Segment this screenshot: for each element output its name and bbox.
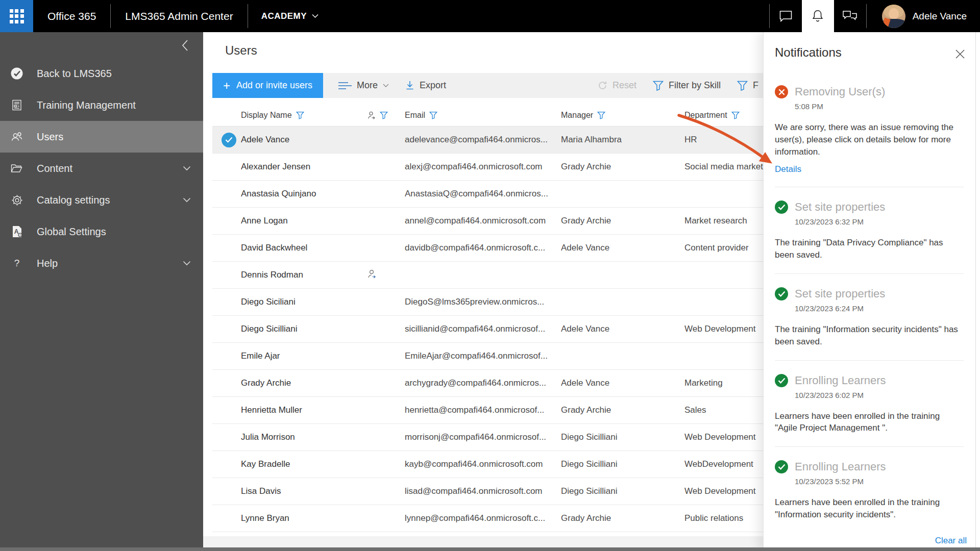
sidebar-item-global-settings[interactable]: AGlobal Settings [0,216,203,247]
cell-display-name: Anastasia Quinjano [241,189,366,199]
notification-item: Enrolling Learners10/23/2023 6:02 PMLear… [775,360,964,447]
cell-manager: Grady Archie [561,162,684,172]
export-button[interactable]: Export [397,73,454,98]
header-manager[interactable]: Manager [561,111,684,120]
sidebar-item-back-to-lms365[interactable]: Back to LMS365 [0,58,203,89]
table-row[interactable]: Anastasia QuinjanoAnastasiaQ@compafi464.… [212,181,804,208]
table-row[interactable]: Julia Morrisonmorrisonj@compafi464.onmic… [212,424,804,451]
more-label: More [357,80,378,91]
table-row[interactable]: Kay Bradellekayb@compafi464.onmicrosoft.… [212,451,804,478]
table-row[interactable]: Lynne Bryanlynnep@compafi464.onmicrosoft… [212,505,804,532]
sidebar-collapse-button[interactable] [176,36,194,55]
cell-display-name: Alexander Jensen [241,162,366,172]
sidebar-item-users[interactable]: Users [0,121,203,153]
cell-manager: Adele Vance [561,378,684,388]
chat-button[interactable] [770,0,802,32]
sidebar-item-catalog-settings[interactable]: Catalog settings [0,184,203,216]
folder-icon [10,162,23,175]
chevron-down-icon [183,164,191,173]
cell-display-name: Adele Vance [241,135,366,145]
notification-item: Removing User(s)5:08 PMWe are sorry, the… [775,67,964,187]
filter-funnel-icon [653,81,664,91]
header-display-name[interactable]: Display Name [241,111,366,120]
table-row[interactable]: Dennis Rodman [212,262,804,289]
notifications-button[interactable] [802,0,834,32]
table-row[interactable]: Lisa Davislisad@compafi464.onmicrosoft.c… [212,478,804,505]
table-row[interactable]: Diego Sicillianisicillianid@compafi464.o… [212,316,804,343]
chat-icon [779,10,793,23]
admin-center-title: LMS365 Admin Center [111,0,247,32]
cell-display-name: Lisa Davis [241,486,366,496]
table-row[interactable]: David Backwheeldavidb@compafi464.onmicro… [212,235,804,262]
table-row[interactable]: Henrietta Mullerhenrietta@compafi464.onm… [212,397,804,424]
notification-body: The training "Information security incid… [775,323,964,348]
cell-email: morrisonj@compafi464.onmicrosof... [405,432,561,442]
notification-item: Enrolling Learners10/23/2023 5:52 PMLear… [775,446,964,533]
app-launcher-button[interactable] [0,0,33,32]
sidebar-item-label: Global Settings [37,226,191,238]
cell-email: archygrady@compafi464.onmicros... [405,378,561,388]
tenant-selector[interactable]: ACADEMY [248,0,332,32]
add-or-invite-users-button[interactable]: + Add or invite users [212,73,323,98]
table-row[interactable]: Grady Archiearchygrady@compafi464.onmicr… [212,370,804,397]
filter-funnel-icon[interactable] [597,111,605,119]
table-row[interactable]: Emile AjarEmileAjar@compafi464.onmicroso… [212,343,804,370]
error-icon [775,85,788,98]
account-menu[interactable]: Adele Vance [867,0,980,32]
sidebar-item-content[interactable]: Content [0,153,203,184]
header-user-type[interactable] [366,111,405,120]
chevron-left-icon [181,39,188,52]
notification-time: 5:08 PM [795,102,964,111]
refresh-icon [598,81,607,90]
filter-more-button[interactable]: F [729,73,767,98]
cell-display-name: Diego Siciliani [241,297,366,307]
brand-label[interactable]: Office 365 [33,0,110,32]
close-button[interactable] [953,47,967,61]
clear-all-link[interactable]: Clear all [935,536,967,546]
sidebar-item-help[interactable]: ?Help [0,247,203,279]
notification-item: Set site properties10/23/2023 6:32 PMThe… [775,187,964,273]
filter-by-skill-button[interactable]: Filter by Skill [645,73,729,98]
cell-manager: Adele Vance [561,324,684,334]
export-label: Export [420,80,446,91]
invited-user-icon [366,111,376,120]
cell-email: kayb@compafi464.onmicrosoft.com [405,459,561,469]
window-bottom-edge [0,547,980,551]
success-icon [775,287,788,300]
cell-manager: Adele Vance [561,243,684,253]
notification-body: Learners have been enrolled in the train… [775,496,964,521]
svg-text:A: A [14,228,19,235]
selected-check-icon [222,133,236,147]
notification-title: Enrolling Learners [795,374,886,387]
cell-user-type [366,269,405,282]
table-row[interactable]: Anne Loganannel@compafi464.onmicrosoft.c… [212,208,804,235]
filter-funnel-icon[interactable] [429,111,437,119]
cell-email: sicillianid@compafi464.onmicrosof... [405,324,561,334]
header-email[interactable]: Email [405,111,561,120]
users-icon [10,130,23,143]
row-select-cell[interactable] [212,133,241,147]
cell-manager: Diego Sicilliani [561,459,684,469]
chevron-down-icon [183,259,191,268]
close-icon [955,49,965,59]
table-row[interactable]: Diego SicilianiDiegoS@lms365preview.onmi… [212,289,804,316]
cell-email: alexj@compafi464.onmicrosoft.com [405,162,561,172]
download-icon [405,81,414,90]
table-row[interactable]: Adele Vanceadelevance@compafi464.onmicro… [212,127,804,154]
training-doc-icon [10,98,23,112]
panel-scrollbar[interactable] [975,32,980,551]
details-link[interactable]: Details [775,164,801,174]
notification-title: Set site properties [795,201,885,214]
sidebar-item-training-management[interactable]: Training Management [0,89,203,121]
reset-button[interactable]: Reset [590,73,645,98]
sidebar-item-label: Content [37,163,183,174]
feedback-button[interactable] [834,0,866,32]
cell-manager: Diego Sicilliani [561,486,684,496]
table-row[interactable]: Alexander Jensenalexj@compafi464.onmicro… [212,154,804,181]
filter-funnel-icon[interactable] [380,111,388,119]
filter-funnel-icon[interactable] [731,111,740,119]
notification-head: Removing User(s) [775,85,964,98]
filter-funnel-icon[interactable] [296,111,304,119]
more-button[interactable]: More [330,73,397,98]
cell-display-name: Anne Logan [241,216,366,226]
